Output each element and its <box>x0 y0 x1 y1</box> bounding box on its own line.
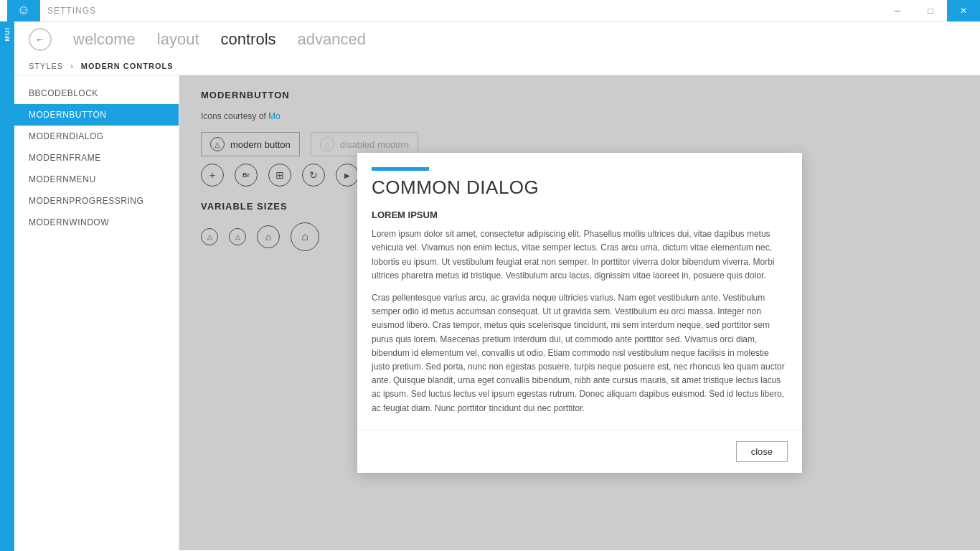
sidebar-item-modernframe[interactable]: MODERNFRAME <box>14 147 179 169</box>
sidebar-item-modernwindow[interactable]: MODERNWINDOW <box>14 212 179 233</box>
top-nav: ← welcome layout controls advanced <box>14 22 980 57</box>
dialog-text: Lorem ipsum dolor sit amet, consectetur … <box>372 227 788 415</box>
dialog-footer: close <box>357 430 802 473</box>
dialog-body: LOREM IPSUM Lorem ipsum dolor sit amet, … <box>357 209 802 429</box>
breadcrumb-styles: STYLES <box>29 62 63 70</box>
restore-button[interactable]: □ <box>914 0 947 22</box>
dialog-paragraph1: Lorem ipsum dolor sit amet, consectetur … <box>372 227 788 283</box>
breadcrumb-sep: › <box>70 62 74 70</box>
mui-sidebar: MUI <box>0 22 14 551</box>
app-icon: ☺ <box>7 0 40 22</box>
breadcrumb-active: MODERN CONTROLS <box>81 62 174 70</box>
main-content: ← welcome layout controls advanced STYLE… <box>14 22 980 551</box>
dialog-close-button[interactable]: close <box>736 441 788 462</box>
dialog-title: COMMON DIALOG <box>357 171 802 209</box>
dialog-paragraph2: Cras pellentesque varius arcu, ac gravid… <box>372 291 788 415</box>
common-dialog: COMMON DIALOG LOREM IPSUM Lorem ipsum do… <box>357 153 802 472</box>
close-button[interactable]: ✕ <box>947 0 980 22</box>
titlebar-left: ☺ SETTINGS <box>0 0 96 22</box>
titlebar-controls: ─ □ ✕ <box>881 0 980 22</box>
dialog-subtitle: LOREM IPSUM <box>372 209 788 220</box>
nav-layout[interactable]: layout <box>157 30 199 49</box>
sidebar-item-modernbutton[interactable]: MODERNBUTTON <box>14 104 179 126</box>
titlebar-title: SETTINGS <box>47 6 96 16</box>
titlebar: ☺ SETTINGS ─ □ ✕ <box>0 0 980 22</box>
nav-advanced[interactable]: advanced <box>298 30 366 49</box>
dialog-overlay: COMMON DIALOG LOREM IPSUM Lorem ipsum do… <box>179 75 980 550</box>
sidebar-item-moderndialog[interactable]: MODERNDIALOG <box>14 126 179 147</box>
breadcrumb: STYLES › MODERN CONTROLS <box>14 57 980 75</box>
minimize-button[interactable]: ─ <box>881 0 914 22</box>
sidebar-item-modernprogressring[interactable]: MODERNPROGRESSRING <box>14 190 179 212</box>
nav-welcome[interactable]: welcome <box>73 30 136 49</box>
content-area: BBCODEBLOCK MODERNBUTTON MODERNDIALOG MO… <box>14 75 980 550</box>
sidebar-item-modernmenu[interactable]: MODERNMENU <box>14 169 179 190</box>
sidebar-item-bbcodeblock[interactable]: BBCODEBLOCK <box>14 83 179 104</box>
mui-label: MUI <box>4 27 11 42</box>
sidebar-nav: BBCODEBLOCK MODERNBUTTON MODERNDIALOG MO… <box>14 75 179 550</box>
back-button[interactable]: ← <box>29 28 52 51</box>
nav-controls[interactable]: controls <box>221 30 276 49</box>
panel: MODERNBUTTON Icons courtesy of Mo △ mode… <box>179 75 980 550</box>
